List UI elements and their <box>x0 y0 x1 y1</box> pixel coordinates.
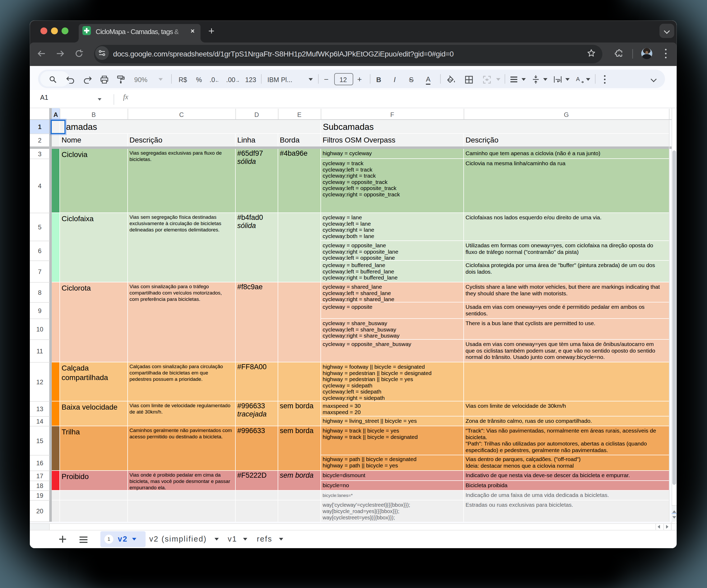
svg-text:A: A <box>576 76 580 82</box>
